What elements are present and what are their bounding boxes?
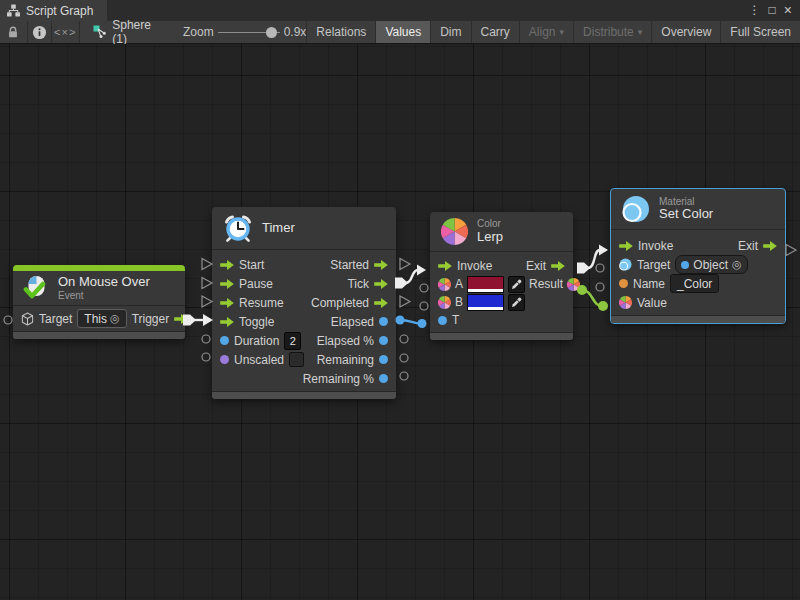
color-port-icon[interactable] bbox=[567, 278, 580, 291]
port-label: Invoke bbox=[457, 259, 492, 273]
values-button[interactable]: Values bbox=[375, 21, 430, 43]
window-menu-icon[interactable]: ⋮ bbox=[749, 0, 761, 21]
float-port-icon[interactable] bbox=[438, 316, 447, 325]
code-icon: <×> bbox=[54, 26, 76, 38]
duration-input[interactable]: 2 bbox=[284, 332, 301, 350]
port-label: Elapsed bbox=[331, 315, 374, 329]
target-field[interactable]: This ◎ bbox=[77, 309, 126, 328]
flow-port-icon[interactable] bbox=[374, 279, 388, 289]
port-label: Invoke bbox=[638, 239, 673, 253]
material-port-icon[interactable] bbox=[619, 258, 632, 271]
eyedropper-button[interactable] bbox=[508, 276, 525, 293]
window-controls: ⋮ □ × bbox=[749, 0, 800, 21]
tab-script-graph[interactable]: Script Graph bbox=[0, 0, 107, 21]
float-port-icon[interactable] bbox=[220, 336, 229, 345]
flow-port-icon[interactable] bbox=[374, 260, 388, 270]
distribute-button[interactable]: Distribute ▾ bbox=[573, 21, 651, 43]
color-wheel-icon bbox=[441, 218, 468, 245]
color-port-icon[interactable] bbox=[619, 296, 632, 309]
cube-icon bbox=[21, 312, 34, 326]
flow-port-icon[interactable] bbox=[374, 298, 388, 308]
node-header: Timer bbox=[212, 207, 396, 250]
flow-port-icon[interactable] bbox=[438, 261, 452, 271]
node-row: Duration 2 Elapsed % bbox=[212, 331, 396, 350]
port-label: B bbox=[455, 295, 463, 309]
flow-port-icon[interactable] bbox=[174, 314, 188, 324]
info-button[interactable] bbox=[28, 21, 52, 43]
port-label: Tick bbox=[347, 277, 369, 291]
lock-button[interactable] bbox=[0, 21, 27, 43]
color-port-icon[interactable] bbox=[438, 296, 451, 309]
eyedropper-button[interactable] bbox=[508, 294, 525, 311]
name-input[interactable]: _Color bbox=[670, 274, 719, 293]
timer-icon bbox=[223, 213, 253, 243]
float-port-icon[interactable] bbox=[379, 374, 388, 383]
align-button[interactable]: Align ▾ bbox=[519, 21, 573, 43]
bool-port-icon[interactable] bbox=[220, 355, 229, 364]
flow-port-icon[interactable] bbox=[220, 298, 234, 308]
dim-button[interactable]: Dim bbox=[430, 21, 470, 43]
node-subtitle: Event bbox=[58, 290, 150, 302]
color-b-value bbox=[468, 295, 503, 307]
target-field-value: This bbox=[84, 312, 107, 326]
color-a-swatch[interactable] bbox=[467, 276, 504, 293]
node-set-color[interactable]: Material Set Color Invoke Exit Target Ob… bbox=[610, 188, 786, 324]
overview-button[interactable]: Overview bbox=[651, 21, 720, 43]
port-label: T bbox=[452, 313, 459, 327]
node-row: Target This ◎ Trigger bbox=[13, 306, 185, 331]
node-timer[interactable]: Timer Start Started Pause Tick Resume Co… bbox=[212, 207, 396, 399]
port-label: Start bbox=[239, 258, 264, 272]
object-picker-icon[interactable]: ◎ bbox=[110, 313, 120, 324]
node-row: Start Started bbox=[212, 255, 396, 274]
float-port-icon[interactable] bbox=[379, 317, 388, 326]
maximize-icon[interactable]: □ bbox=[769, 0, 776, 21]
zoom-slider-handle[interactable] bbox=[266, 27, 277, 38]
port-label: Toggle bbox=[239, 315, 274, 329]
graph-owner-label: Sphere (1) bbox=[112, 18, 151, 46]
node-footer bbox=[212, 391, 396, 399]
flow-port-icon[interactable] bbox=[220, 260, 234, 270]
node-row: A Result bbox=[430, 275, 573, 293]
graph-owner-button[interactable]: Sphere (1) bbox=[79, 21, 151, 43]
port-label: Pause bbox=[239, 277, 273, 291]
node-footer bbox=[611, 315, 785, 323]
node-title: Lerp bbox=[477, 230, 503, 245]
edit-code-button[interactable]: <×> bbox=[52, 21, 79, 43]
flow-port-icon[interactable] bbox=[220, 317, 234, 327]
object-picker-icon[interactable]: ◎ bbox=[732, 259, 742, 270]
float-port-icon[interactable] bbox=[379, 336, 388, 345]
node-on-mouse-over[interactable]: On Mouse Over Event Target This ◎ Trigge… bbox=[13, 265, 185, 339]
chevron-down-icon: ▾ bbox=[638, 27, 643, 37]
node-row: Invoke Exit bbox=[611, 236, 785, 255]
node-color-lerp[interactable]: Color Lerp Invoke Exit A bbox=[430, 212, 573, 340]
color-port-icon[interactable] bbox=[438, 278, 451, 291]
object-field[interactable]: Object ◎ bbox=[675, 255, 747, 274]
zoom-slider[interactable] bbox=[218, 32, 280, 33]
alpha-bar bbox=[468, 307, 503, 310]
port-label: Exit bbox=[526, 259, 546, 273]
unscaled-checkbox[interactable] bbox=[289, 352, 304, 367]
flow-port-icon[interactable] bbox=[220, 279, 234, 289]
port-label: Name bbox=[633, 277, 665, 291]
material-sphere-icon bbox=[622, 195, 650, 223]
script-graph-icon bbox=[7, 4, 20, 17]
fullscreen-button[interactable]: Full Screen bbox=[720, 21, 800, 43]
zoom-value: 0.9x bbox=[284, 25, 307, 39]
script-machine-icon bbox=[93, 25, 107, 39]
color-b-swatch[interactable] bbox=[467, 294, 504, 311]
float-port-icon[interactable] bbox=[379, 355, 388, 364]
flow-port-icon[interactable] bbox=[619, 241, 633, 251]
graph-toolbar: <×> Sphere (1) Zoom 0.9x Relations Value… bbox=[0, 21, 800, 44]
carry-button[interactable]: Carry bbox=[471, 21, 519, 43]
flow-port-icon[interactable] bbox=[763, 241, 777, 251]
node-title: Timer bbox=[262, 221, 295, 236]
flow-port-icon[interactable] bbox=[551, 261, 565, 271]
close-icon[interactable]: × bbox=[784, 0, 792, 21]
relations-button[interactable]: Relations bbox=[306, 21, 375, 43]
port-label: Completed bbox=[311, 296, 369, 310]
port-label: Duration bbox=[234, 334, 279, 348]
port-label: Remaining % bbox=[303, 372, 374, 386]
alpha-bar bbox=[468, 289, 503, 292]
object-field-value: Object bbox=[693, 258, 728, 272]
string-port-icon[interactable] bbox=[619, 279, 628, 288]
